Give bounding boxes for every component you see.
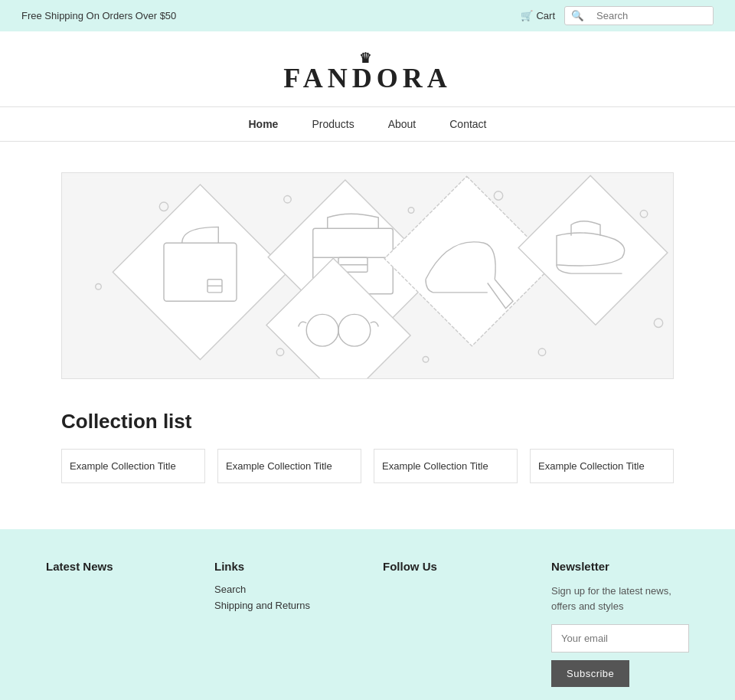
top-bar: Free Shipping On Orders Over $50 🛒 Cart … — [0, 0, 735, 31]
footer: Latest News Links Search Shipping and Re… — [0, 529, 735, 700]
cart-link[interactable]: 🛒 Cart — [521, 10, 555, 21]
main-nav: Home Products About Contact — [0, 107, 735, 142]
footer-col-news: Latest News — [46, 560, 184, 687]
nav-item-about[interactable]: About — [371, 107, 433, 141]
footer-col-links: Links Search Shipping and Returns — [214, 560, 352, 687]
collection-item-3[interactable]: Example Collection Title — [374, 449, 518, 483]
footer-inner: Latest News Links Search Shipping and Re… — [46, 560, 689, 687]
collection-item-title-1: Example Collection Title — [70, 460, 176, 472]
collection-item-2[interactable]: Example Collection Title — [217, 449, 361, 483]
newsletter-email-input[interactable] — [551, 624, 689, 653]
cart-label: Cart — [536, 10, 555, 21]
header: ♛ FANDORA — [0, 31, 735, 107]
collection-section: Collection list Example Collection Title… — [61, 394, 674, 514]
logo: ♛ FANDORA — [15, 50, 720, 94]
footer-follow-title: Follow Us — [383, 560, 521, 573]
collection-item-title-2: Example Collection Title — [226, 460, 332, 472]
collection-item-title-3: Example Collection Title — [382, 460, 488, 472]
newsletter-description: Sign up for the latest news, offers and … — [551, 584, 689, 613]
logo-text: FANDORA — [283, 63, 451, 93]
nav-item-products[interactable]: Products — [295, 107, 371, 141]
footer-col-newsletter: Newsletter Sign up for the latest news, … — [551, 560, 689, 687]
nav-item-home[interactable]: Home — [232, 107, 296, 141]
footer-link-search[interactable]: Search — [214, 584, 352, 595]
shipping-notice: Free Shipping On Orders Over $50 — [21, 10, 176, 21]
footer-news-title: Latest News — [46, 560, 184, 573]
nav-item-contact[interactable]: Contact — [433, 107, 503, 141]
cart-icon: 🛒 — [521, 10, 533, 21]
main-content: Collection list Example Collection Title… — [46, 142, 689, 529]
footer-links-title: Links — [214, 560, 352, 573]
footer-newsletter-title: Newsletter — [551, 560, 689, 573]
search-form: 🔍 — [564, 6, 714, 25]
hero-banner — [61, 172, 674, 379]
collection-grid: Example Collection Title Example Collect… — [61, 449, 674, 483]
collection-section-title: Collection list — [61, 410, 674, 433]
footer-link-shipping[interactable]: Shipping and Returns — [214, 600, 352, 611]
subscribe-button[interactable]: Subscribe — [551, 660, 629, 687]
footer-col-follow: Follow Us — [383, 560, 521, 687]
search-input[interactable] — [590, 7, 713, 25]
collection-item-4[interactable]: Example Collection Title — [530, 449, 674, 483]
collection-item-title-4: Example Collection Title — [538, 460, 645, 472]
collection-item-1[interactable]: Example Collection Title — [61, 449, 205, 483]
search-icon-button[interactable]: 🔍 — [565, 7, 590, 25]
